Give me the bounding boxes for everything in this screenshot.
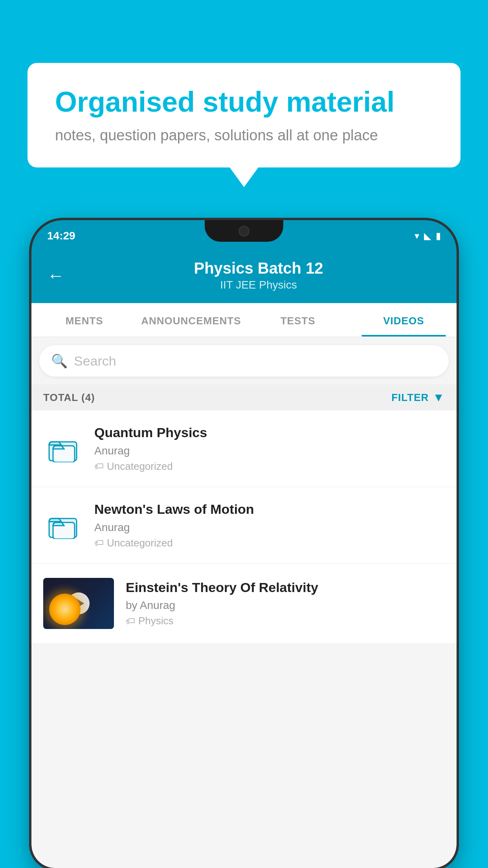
speech-bubble: Organised study material notes, question…	[28, 63, 460, 167]
video-list: Quantum Physics Anurag 🏷 Uncategorized	[31, 410, 457, 644]
search-placeholder: Search	[74, 353, 116, 369]
status-time: 14:29	[47, 230, 75, 242]
header-title-group: Physics Batch 12 IIT JEE Physics	[76, 259, 441, 291]
signal-icon: ◣	[424, 230, 431, 241]
phone-notch	[205, 220, 283, 242]
phone-camera	[238, 226, 250, 237]
search-icon: 🔍	[51, 353, 68, 369]
tab-announcements[interactable]: ANNOUNCEMENTS	[137, 303, 245, 337]
video-thumbnail	[43, 578, 114, 629]
header-subtitle: IIT JEE Physics	[76, 279, 441, 291]
tab-tests[interactable]: TESTS	[245, 303, 350, 337]
search-bar[interactable]: 🔍 Search	[39, 345, 449, 377]
video-title: Quantum Physics	[94, 425, 445, 441]
video-author: by Anurag	[126, 599, 445, 612]
status-icons: ▾ ◣ ▮	[415, 230, 441, 241]
tag-label: Uncategorized	[107, 460, 173, 473]
filter-icon: ▼	[433, 391, 445, 404]
battery-icon: ▮	[436, 230, 441, 241]
folder-icon	[43, 429, 83, 468]
back-button[interactable]: ←	[47, 266, 64, 285]
speech-bubble-container: Organised study material notes, question…	[28, 63, 460, 167]
tag-icon: 🏷	[94, 537, 104, 548]
list-item[interactable]: Quantum Physics Anurag 🏷 Uncategorized	[31, 410, 457, 487]
bubble-subtitle: notes, question papers, solutions all at…	[55, 127, 433, 144]
folder-icon	[43, 506, 83, 545]
wifi-icon: ▾	[415, 230, 419, 241]
orb-graphic	[49, 594, 81, 625]
phone-screen: ← Physics Batch 12 IIT JEE Physics MENTS…	[31, 252, 457, 868]
phone-frame: 14:29 ▾ ◣ ▮ ← Physics Batch 12 IIT JEE P…	[31, 220, 457, 868]
app-header: ← Physics Batch 12 IIT JEE Physics	[31, 252, 457, 303]
tag-icon: 🏷	[94, 461, 104, 472]
tag-label: Physics	[138, 615, 174, 627]
filter-label: FILTER	[391, 392, 429, 404]
video-author: Anurag	[94, 521, 445, 534]
filter-row: TOTAL (4) FILTER ▼	[31, 384, 457, 410]
video-tag-row: 🏷 Uncategorized	[94, 537, 445, 549]
list-item[interactable]: Newton's Laws of Motion Anurag 🏷 Uncateg…	[31, 487, 457, 564]
video-title: Einstein's Theory Of Relativity	[126, 579, 445, 596]
list-item[interactable]: Einstein's Theory Of Relativity by Anura…	[31, 564, 457, 644]
tabs-bar: MENTS ANNOUNCEMENTS TESTS VIDEOS	[31, 303, 457, 337]
video-author: Anurag	[94, 445, 445, 457]
video-tag-row: 🏷 Uncategorized	[94, 460, 445, 473]
tab-videos[interactable]: VIDEOS	[351, 303, 457, 337]
tag-label: Uncategorized	[107, 537, 173, 549]
bubble-title: Organised study material	[55, 86, 433, 118]
video-tag-row: 🏷 Physics	[126, 615, 445, 627]
thumbnail-bg	[43, 578, 114, 629]
filter-button[interactable]: FILTER ▼	[391, 391, 445, 404]
total-count: TOTAL (4)	[43, 392, 95, 404]
status-bar: 14:29 ▾ ◣ ▮	[31, 220, 457, 252]
header-title: Physics Batch 12	[76, 259, 441, 277]
video-info: Quantum Physics Anurag 🏷 Uncategorized	[94, 425, 445, 473]
video-title: Newton's Laws of Motion	[94, 501, 445, 517]
tab-ments[interactable]: MENTS	[31, 303, 137, 337]
tag-icon: 🏷	[126, 616, 135, 627]
video-info: Newton's Laws of Motion Anurag 🏷 Uncateg…	[94, 501, 445, 549]
video-info: Einstein's Theory Of Relativity by Anura…	[126, 579, 445, 627]
